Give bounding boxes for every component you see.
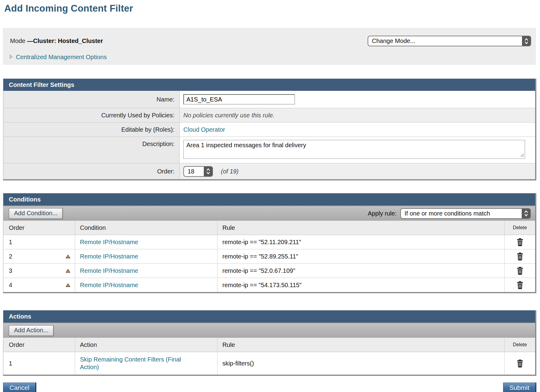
trash-icon <box>516 281 524 289</box>
condition-link[interactable]: Remote IP/Hostname <box>80 253 138 260</box>
policies-label: Currently Used by Policies: <box>3 108 180 122</box>
order-of-note: (of 19) <box>221 168 239 175</box>
action-rule: skip-filters() <box>222 360 254 367</box>
page: Add Incoming Content Filter Mode —Cluste… <box>0 2 540 392</box>
delete-condition-button[interactable] <box>516 238 524 246</box>
editable-row: Editable by (Roles): Cloud Operator <box>3 123 535 137</box>
description-textarea[interactable]: Area 1 inspected messages for final deli… <box>183 140 525 159</box>
settings-section-header: Content Filter Settings <box>3 79 535 91</box>
col-header-delete: Delete <box>505 338 535 352</box>
condition-row: 2 Remote IP/Hostname remote-ip == "52.89… <box>3 249 535 264</box>
delete-condition-button[interactable] <box>516 252 524 261</box>
condition-rule: remote-ip == "52.11.209.211" <box>222 239 301 246</box>
editable-label: Editable by (Roles): <box>3 123 180 137</box>
conditions-section-header: Conditions <box>3 193 535 205</box>
condition-row: 1 Remote IP/Hostname remote-ip == "52.11… <box>3 235 535 249</box>
mode-label: Mode <box>10 37 27 44</box>
action-row: 1 Skip Remaining Content Filters (Final … <box>3 352 535 375</box>
order-label: Order: <box>3 163 180 179</box>
move-up-icon[interactable] <box>66 255 70 258</box>
condition-link[interactable]: Remote IP/Hostname <box>80 238 138 246</box>
col-header-order: Order <box>3 221 75 235</box>
actions-section: Actions Add Action... Order Action Rule … <box>3 310 536 376</box>
apply-rule-label: Apply rule: <box>368 210 397 217</box>
content-filter-settings-section: Content Filter Settings Name: Currently … <box>3 79 536 180</box>
move-up-icon[interactable] <box>66 269 70 273</box>
condition-order: 2 <box>9 253 12 260</box>
description-label: Description: <box>3 137 180 163</box>
add-action-button[interactable]: Add Action... <box>9 325 53 336</box>
mode-box: Mode —Cluster: Hosted_Cluster Change Mod… <box>3 28 536 65</box>
disclosure-triangle-icon[interactable] <box>9 54 13 60</box>
col-header-condition: Condition <box>75 221 218 235</box>
condition-order: 1 <box>9 239 12 246</box>
condition-order: 3 <box>9 267 12 274</box>
col-header-order: Order <box>3 338 75 352</box>
name-label: Name: <box>3 91 180 108</box>
select-stepper-icon <box>522 209 530 218</box>
condition-row: 4 Remote IP/Hostname remote-ip == "54.17… <box>3 278 535 292</box>
col-header-rule: Rule <box>218 221 505 235</box>
apply-rule-select[interactable]: If one or more conditions match <box>400 208 531 219</box>
apply-rule-selected-value: If one or more conditions match <box>401 209 522 218</box>
trash-icon <box>516 238 524 246</box>
condition-link[interactable]: Remote IP/Hostname <box>80 267 138 275</box>
mode-text: Mode —Cluster: Hosted_Cluster <box>10 37 103 45</box>
condition-rule: remote-ip == "52.89.255.11" <box>222 253 298 260</box>
page-title: Add Incoming Content Filter <box>4 2 540 15</box>
change-mode-select[interactable]: Change Mode... <box>368 36 531 46</box>
condition-link[interactable]: Remote IP/Hostname <box>80 281 138 289</box>
col-header-action: Action <box>75 338 218 352</box>
select-stepper-icon <box>204 167 212 176</box>
condition-row: 3 Remote IP/Hostname remote-ip == "52.0.… <box>3 264 535 278</box>
order-selected-value: 18 <box>184 167 204 176</box>
description-row: Description: Area 1 inspected messages f… <box>3 137 535 163</box>
footer-bar: Cancel Submit <box>3 383 536 392</box>
col-header-delete: Delete <box>505 221 535 235</box>
mode-value: —Cluster: Hosted_Cluster <box>27 37 103 44</box>
col-header-rule: Rule <box>218 338 505 352</box>
policies-value: No policies currently use this rule. <box>183 112 275 119</box>
order-row: Order: 18 (of 19) <box>3 163 535 179</box>
trash-icon <box>516 359 524 368</box>
select-stepper-icon <box>522 36 531 46</box>
submit-button[interactable]: Submit <box>503 383 536 392</box>
add-condition-button[interactable]: Add Condition... <box>9 208 63 219</box>
conditions-toolbar: Add Condition... Apply rule: If one or m… <box>3 205 535 221</box>
change-mode-selected-value: Change Mode... <box>368 36 522 46</box>
condition-order: 4 <box>9 282 12 289</box>
editable-roles-link[interactable]: Cloud Operator <box>183 126 225 133</box>
policies-row: Currently Used by Policies: No policies … <box>3 108 535 123</box>
delete-action-button[interactable] <box>516 359 524 368</box>
conditions-table-header: Order Condition Rule Delete <box>3 221 535 235</box>
action-link[interactable]: Skip Remaining Content Filters (Final Ac… <box>80 356 196 371</box>
name-input[interactable] <box>183 94 295 105</box>
delete-condition-button[interactable] <box>516 281 524 289</box>
conditions-section: Conditions Add Condition... Apply rule: … <box>3 193 536 293</box>
trash-icon <box>516 267 524 275</box>
condition-rule: remote-ip == "54.173.50.115" <box>222 282 302 289</box>
condition-rule: remote-ip == "52.0.67.109" <box>222 267 295 274</box>
delete-condition-button[interactable] <box>516 267 524 275</box>
actions-toolbar: Add Action... <box>3 323 535 338</box>
actions-table-header: Order Action Rule Delete <box>3 338 535 352</box>
name-row: Name: <box>3 91 535 108</box>
action-order: 1 <box>9 360 12 367</box>
trash-icon <box>516 252 524 261</box>
order-select[interactable]: 18 <box>183 166 213 177</box>
move-up-icon[interactable] <box>66 283 70 287</box>
centralized-management-options-link[interactable]: Centralized Management Options <box>16 54 107 61</box>
cancel-button[interactable]: Cancel <box>3 383 36 392</box>
actions-section-header: Actions <box>3 310 535 323</box>
